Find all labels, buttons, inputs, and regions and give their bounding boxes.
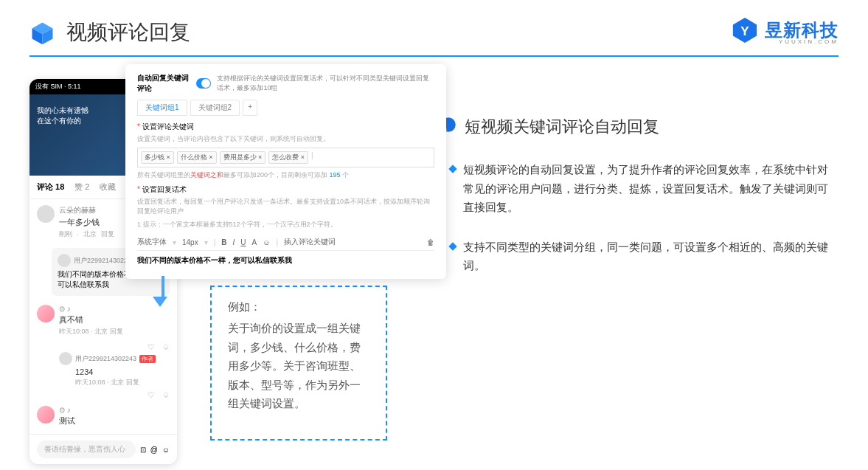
comment-actions: ♡♤ xyxy=(29,342,177,352)
comment-text: 测试 xyxy=(59,415,170,426)
settings-panel: 自动回复关键词评论 支持根据评论的关键词设置回复话术，可以针对不同类型关键词设置… xyxy=(125,64,446,279)
keyword-group-tab-1[interactable]: 关键词组1 xyxy=(137,100,187,116)
brand-logo: Y 昱新科技 YUUXIN.COM xyxy=(731,16,839,44)
font-select[interactable]: 系统字体 xyxy=(137,237,167,247)
like-icon[interactable]: ♡ xyxy=(147,342,155,352)
keyword-tag[interactable]: 怎么收费 × xyxy=(268,151,308,164)
comment-meta: 昨天10:08 · 北京 回复 xyxy=(52,378,177,390)
comment-item: ⊙ ♪ 测试 xyxy=(29,400,177,434)
example-box: 例如： 关于询价的设置成一组关键词，多少钱、什么价格，费用多少等。关于咨询班型、… xyxy=(210,286,387,440)
avatar xyxy=(58,254,71,267)
comment-text: 1234 xyxy=(52,367,177,376)
example-text: 关于询价的设置成一组关键词，多少钱、什么价格，费用多少等。关于咨询班型、版本、型… xyxy=(228,319,369,413)
reply-username: 用户2299214302243 xyxy=(75,354,136,364)
page-title: 视频评论回复 xyxy=(66,18,190,46)
keyword-tag[interactable]: 什么价格 × xyxy=(177,151,217,164)
emoji-icon[interactable]: ☺ xyxy=(162,446,170,454)
auto-reply-toggle[interactable] xyxy=(196,78,212,89)
editor-content[interactable]: 我们不同的版本价格不一样，您可以私信联系我 xyxy=(137,251,434,270)
svg-text:Y: Y xyxy=(740,24,749,38)
logo-icon: Y xyxy=(731,16,759,44)
reply-note: 设置回复话术，每回复一个用户评论只发送一条话术。最多支持设置10条不同话术，按添… xyxy=(137,197,434,216)
diamond-bullet-icon xyxy=(448,165,456,173)
author-tag: 作者 xyxy=(139,355,156,363)
bullet-text: 支持不同类型的关键词分组，同一类问题，可设置多个相近的、高频的关键词。 xyxy=(463,238,839,275)
cube-icon xyxy=(29,20,55,46)
insert-keyword-button[interactable]: 插入评论关键词 xyxy=(284,237,336,247)
char-limit-note: 1 提示：一个富文本框最多支持512个字符，一个汉字占用2个字符。 xyxy=(137,220,434,229)
dislike-icon[interactable]: ♤ xyxy=(162,390,170,400)
tab-likes[interactable]: 赞 2 xyxy=(74,182,89,193)
keyword-note: 设置关键词，当评论内容包含了以下关键词，则系统可自动回复。 xyxy=(137,134,434,144)
reply-label: 设置回复话术 xyxy=(137,184,434,195)
auto-reply-switch-label: 自动回复关键词评论 xyxy=(137,73,190,94)
like-icon[interactable]: ♡ xyxy=(147,390,155,400)
keyword-tag[interactable]: 多少钱 × xyxy=(141,151,174,164)
keyword-tag-input[interactable]: 多少钱 × 什么价格 × 费用是多少 × 怎么收费 × | xyxy=(137,148,434,167)
dislike-icon[interactable]: ♤ xyxy=(162,342,170,352)
image-icon[interactable]: ⊡ xyxy=(140,446,146,454)
comment-username: ⊙ ♪ xyxy=(59,406,170,414)
bullet-text: 短视频评论的自动回复设置，为了提升作者的评论回复效率，在系统中针对常见的评论用户… xyxy=(463,160,839,217)
avatar xyxy=(37,205,55,223)
emoji-button[interactable]: ☺ xyxy=(263,238,270,246)
delete-button[interactable]: 🗑 xyxy=(427,238,434,246)
diamond-bullet-icon xyxy=(448,242,456,250)
keyword-label: 设置评论关键词 xyxy=(137,122,434,132)
keyword-count-note: 所有关键词组里的关键词之和最多可添加200个，目前剩余可添加 195 个 xyxy=(137,170,434,180)
comment-text: 真不错 xyxy=(59,314,170,325)
tab-collect[interactable]: 收藏 xyxy=(100,182,116,193)
switch-description: 支持根据评论的关键词设置回复话术，可以针对不同类型关键词设置回复话术，最多添加1… xyxy=(217,74,434,93)
mention-icon[interactable]: @ xyxy=(150,446,158,454)
size-select[interactable]: 14px xyxy=(182,238,198,246)
comment-actions: ♡♤ xyxy=(29,390,177,400)
avatar xyxy=(37,305,55,322)
avatar xyxy=(59,352,72,365)
logo-subtext: YUUXIN.COM xyxy=(779,38,839,45)
editor-toolbar: 系统字体▾ 14px▾ | B I U A ☺ | 插入评论关键词 🗑 xyxy=(137,234,434,251)
keyword-group-tab-2[interactable]: 关键词组2 xyxy=(190,100,240,116)
italic-button[interactable]: I xyxy=(233,238,235,246)
arrow-icon xyxy=(159,276,167,307)
tab-comments[interactable]: 评论 18 xyxy=(37,182,64,193)
comment-input[interactable]: 善语结善缘，恶言伤人心 xyxy=(37,440,136,458)
underline-button[interactable]: U xyxy=(240,238,246,246)
avatar xyxy=(37,406,55,424)
section-title: 短视频关键词评论自动回复 xyxy=(465,116,659,138)
keyword-tag[interactable]: 费用是多少 × xyxy=(220,151,266,164)
example-title: 例如： xyxy=(228,300,369,314)
color-button[interactable]: A xyxy=(252,238,257,246)
comment-meta: 昨天10:08 · 北京 回复 xyxy=(59,327,170,336)
add-group-tab[interactable]: + xyxy=(243,100,257,116)
bold-button[interactable]: B xyxy=(221,238,226,246)
